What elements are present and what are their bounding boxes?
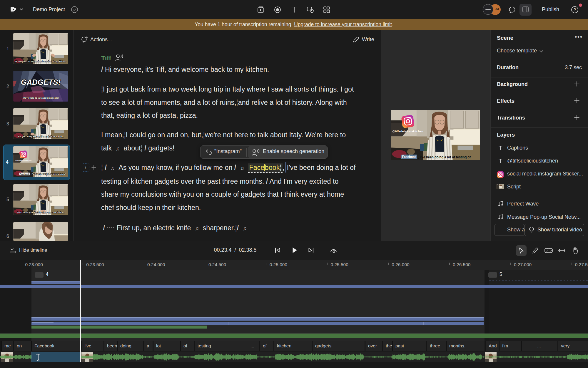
svg-text:@tiffsdeliciouskitchen: @tiffsdeliciouskitchen xyxy=(392,130,423,133)
svg-text:Hi everyone, it's Tiff, and we: Hi everyone, it's Tiff, and welcome back… xyxy=(15,60,66,63)
svg-text:Facebook: Facebook xyxy=(20,173,29,175)
svg-text:, I've been doing a lot of tes: , I've been doing a lot of testing of xyxy=(31,173,66,175)
svg-text:Facebook: Facebook xyxy=(402,155,417,159)
svg-text:“: “ xyxy=(497,184,498,187)
svg-text:@tiffsdeliciouskitchen: @tiffsdeliciouskitchen xyxy=(15,160,31,161)
svg-text:GADGETS!: GADGETS! xyxy=(21,78,61,86)
svg-text:, I've been doing a lot of tes: , I've been doing a lot of testing of xyxy=(418,155,471,159)
svg-text:We're here to talk about gadg: We're here to talk about gadgets! xyxy=(23,97,59,99)
svg-text:?: ? xyxy=(574,7,576,12)
svg-text:And I'm very excited to share: And I'm very excited to share my conclus… xyxy=(17,211,65,214)
svg-text:As you may know, if you follow: As you may know, if you follow me on xyxy=(18,135,64,138)
